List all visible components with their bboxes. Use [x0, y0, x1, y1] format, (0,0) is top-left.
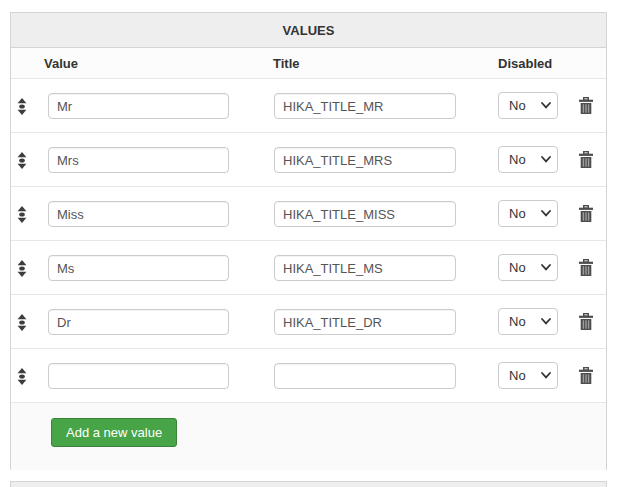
disabled-select-wrap: No — [498, 92, 558, 119]
panel-title: VALUES — [11, 13, 606, 48]
drag-handle-icon — [17, 314, 27, 331]
value-row: No — [11, 78, 606, 132]
disabled-select[interactable]: No — [498, 200, 558, 227]
disabled-select-wrap: No — [498, 200, 558, 227]
value-input[interactable] — [48, 93, 229, 119]
title-input[interactable] — [274, 147, 456, 173]
disabled-select-wrap: No — [498, 362, 558, 389]
drag-handle-icon — [17, 368, 27, 385]
drag-handle[interactable] — [15, 205, 29, 223]
trash-icon — [579, 97, 593, 114]
value-input[interactable] — [48, 255, 229, 281]
column-header-disabled: Disabled — [498, 56, 552, 71]
value-input[interactable] — [48, 147, 229, 173]
value-input[interactable] — [48, 309, 229, 335]
value-input[interactable] — [48, 363, 229, 389]
trash-icon — [579, 259, 593, 276]
drag-handle[interactable] — [15, 151, 29, 169]
title-input[interactable] — [274, 309, 456, 335]
drag-handle-icon — [17, 206, 27, 223]
delete-row-button[interactable] — [578, 96, 594, 114]
title-input[interactable] — [274, 255, 456, 281]
column-header-row: Value Title Disabled — [11, 48, 606, 78]
value-input[interactable] — [48, 201, 229, 227]
disabled-select-wrap: No — [498, 308, 558, 335]
title-input[interactable] — [274, 93, 456, 119]
value-row: No — [11, 186, 606, 240]
drag-handle[interactable] — [15, 259, 29, 277]
column-header-title: Title — [273, 56, 300, 71]
value-row: No — [11, 240, 606, 294]
page: { "panel": { "header": { "title": "VALUE… — [0, 0, 624, 487]
drag-handle[interactable] — [15, 97, 29, 115]
value-row: No — [11, 132, 606, 186]
drag-handle-icon — [17, 152, 27, 169]
disabled-select[interactable]: No — [498, 92, 558, 119]
disabled-select[interactable]: No — [498, 254, 558, 281]
delete-row-button[interactable] — [578, 366, 594, 384]
delete-row-button[interactable] — [578, 150, 594, 168]
delete-row-button[interactable] — [578, 204, 594, 222]
value-row: No — [11, 348, 606, 402]
drag-handle-icon — [17, 98, 27, 115]
disabled-select[interactable]: No — [498, 362, 558, 389]
value-row: No — [11, 294, 606, 348]
title-input[interactable] — [274, 201, 456, 227]
trash-icon — [579, 151, 593, 168]
delete-row-button[interactable] — [578, 258, 594, 276]
trash-icon — [579, 313, 593, 330]
values-panel: VALUES Value Title Disabled No — [10, 12, 607, 470]
drag-handle[interactable] — [15, 367, 29, 385]
add-new-value-button[interactable]: Add a new value — [51, 418, 177, 447]
title-input[interactable] — [274, 363, 456, 389]
trash-icon — [579, 367, 593, 384]
disabled-select-wrap: No — [498, 254, 558, 281]
disabled-select[interactable]: No — [498, 146, 558, 173]
column-header-value: Value — [44, 56, 78, 71]
rows-container: No — [11, 78, 606, 402]
disabled-select[interactable]: No — [498, 308, 558, 335]
delete-row-button[interactable] — [578, 312, 594, 330]
disabled-select-wrap: No — [498, 146, 558, 173]
drag-handle[interactable] — [15, 313, 29, 331]
next-panel-header — [10, 481, 607, 487]
panel-footer: Add a new value — [11, 402, 606, 470]
trash-icon — [579, 205, 593, 222]
drag-handle-icon — [17, 260, 27, 277]
